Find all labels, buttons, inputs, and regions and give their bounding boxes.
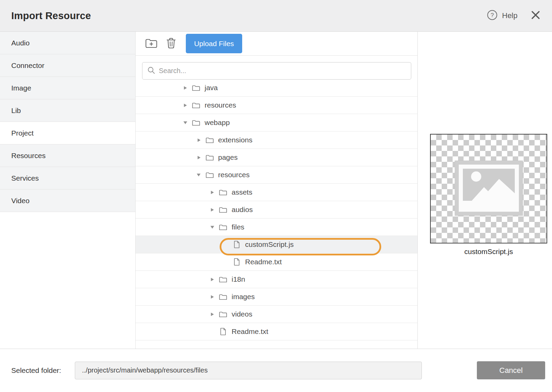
file-icon bbox=[233, 241, 241, 248]
dialog-body: AudioConnectorImageLibProjectResourcesSe… bbox=[0, 32, 552, 349]
sidebar-item-label: Connector bbox=[11, 61, 44, 70]
sidebar-item-label: Video bbox=[11, 197, 29, 205]
folder-icon bbox=[192, 85, 200, 91]
sidebar-item-label: Image bbox=[11, 84, 31, 92]
preview-caption: customScript.js bbox=[430, 248, 547, 256]
preview-thumbnail bbox=[430, 134, 547, 243]
folder-icon bbox=[219, 224, 227, 230]
sidebar-item-connector[interactable]: Connector bbox=[0, 54, 135, 77]
tree-row-assets[interactable]: assets bbox=[136, 184, 417, 201]
folder-icon bbox=[206, 137, 214, 143]
chevron-down-icon[interactable] bbox=[182, 121, 188, 125]
tree-row-readme-txt[interactable]: Readme.txt bbox=[136, 253, 417, 271]
file-tree: javaresourceswebappextensionspagesresour… bbox=[136, 83, 417, 349]
chevron-right-icon[interactable] bbox=[209, 295, 215, 299]
tree-row-files[interactable]: files bbox=[136, 219, 417, 236]
tree-item-label: customScript.js bbox=[245, 240, 294, 249]
preview-panel: customScript.js bbox=[417, 32, 552, 349]
sidebar-item-resources[interactable]: Resources bbox=[0, 144, 135, 167]
chevron-right-icon[interactable] bbox=[196, 155, 202, 160]
tree-toolbar: Upload Files bbox=[136, 32, 417, 56]
tree-item-label: i18n bbox=[232, 275, 245, 283]
tree-item-label: assets bbox=[232, 188, 252, 196]
help-label: Help bbox=[502, 11, 518, 20]
page-title: Import Resource bbox=[11, 10, 487, 22]
chevron-right-icon[interactable] bbox=[196, 138, 202, 142]
folder-icon bbox=[206, 172, 214, 178]
folder-icon bbox=[192, 120, 200, 126]
category-sidebar: AudioConnectorImageLibProjectResourcesSe… bbox=[0, 32, 136, 349]
tree-item-label: Readme.txt bbox=[245, 258, 282, 266]
tree-item-label: pages bbox=[218, 153, 238, 162]
chevron-right-icon[interactable] bbox=[209, 208, 215, 212]
tree-item-label: java bbox=[205, 84, 218, 92]
sidebar-item-label: Lib bbox=[11, 107, 21, 115]
chevron-right-icon[interactable] bbox=[209, 190, 215, 195]
selected-folder-input[interactable] bbox=[75, 362, 422, 379]
chevron-right-icon[interactable] bbox=[209, 312, 215, 317]
search-input[interactable] bbox=[159, 67, 406, 75]
folder-plus-icon bbox=[145, 38, 157, 49]
tree-row-resources[interactable]: resources bbox=[136, 97, 417, 114]
file-browser-panel: Upload Files javaresourceswebappextensio… bbox=[136, 32, 417, 349]
dialog-header: Import Resource ? Help bbox=[0, 0, 552, 32]
tree-item-label: extensions bbox=[218, 136, 252, 144]
file-icon bbox=[219, 328, 227, 335]
folder-icon bbox=[219, 311, 227, 318]
search-box bbox=[142, 62, 411, 80]
sidebar-item-label: Resources bbox=[11, 152, 45, 160]
tree-item-label: resources bbox=[205, 101, 236, 109]
folder-icon bbox=[206, 154, 214, 161]
tree-row-readme-txt[interactable]: Readme.txt bbox=[136, 323, 417, 340]
folder-icon bbox=[219, 189, 227, 196]
tree-row-images[interactable]: images bbox=[136, 288, 417, 306]
chevron-right-icon[interactable] bbox=[182, 86, 188, 90]
upload-files-button[interactable]: Upload Files bbox=[186, 34, 242, 53]
chevron-right-icon[interactable] bbox=[209, 277, 215, 282]
close-icon bbox=[530, 10, 541, 22]
new-folder-button[interactable] bbox=[145, 38, 157, 49]
sidebar-item-label: Audio bbox=[11, 39, 30, 47]
svg-text:?: ? bbox=[491, 12, 494, 18]
search-icon bbox=[147, 66, 155, 76]
cancel-button[interactable]: Cancel bbox=[477, 361, 545, 379]
tree-item-label: videos bbox=[232, 310, 252, 318]
folder-icon bbox=[219, 207, 227, 213]
sidebar-item-audio[interactable]: Audio bbox=[0, 32, 135, 54]
help-button[interactable]: ? Help bbox=[487, 10, 518, 22]
sidebar-item-project[interactable]: Project bbox=[0, 122, 135, 144]
tree-row-audios[interactable]: audios bbox=[136, 201, 417, 219]
tree-item-label: images bbox=[232, 293, 255, 301]
help-question-icon: ? bbox=[487, 10, 498, 22]
image-placeholder-icon bbox=[455, 160, 523, 217]
tree-item-label: Readme.txt bbox=[232, 327, 268, 336]
chevron-right-icon[interactable] bbox=[182, 103, 188, 108]
tree-row-pages[interactable]: pages bbox=[136, 149, 417, 166]
delete-button[interactable] bbox=[166, 37, 177, 50]
tree-row-extensions[interactable]: extensions bbox=[136, 131, 417, 149]
selected-folder-label: Selected folder: bbox=[11, 366, 75, 375]
folder-icon bbox=[219, 276, 227, 283]
tree-row-i18n[interactable]: i18n bbox=[136, 271, 417, 288]
close-button[interactable] bbox=[530, 10, 541, 22]
tree-row-videos[interactable]: videos bbox=[136, 306, 417, 323]
search-section bbox=[136, 56, 417, 83]
tree-row-customscript-js[interactable]: customScript.js bbox=[136, 236, 417, 253]
sidebar-item-label: Project bbox=[11, 129, 33, 137]
tree-item-label: files bbox=[232, 223, 244, 231]
tree-row-java[interactable]: java bbox=[136, 83, 417, 97]
folder-icon bbox=[219, 294, 227, 300]
tree-item-label: resources bbox=[218, 171, 250, 179]
tree-row-webapp[interactable]: webapp bbox=[136, 114, 417, 131]
file-icon bbox=[233, 258, 241, 266]
sidebar-item-video[interactable]: Video bbox=[0, 190, 135, 212]
tree-item-label: webapp bbox=[205, 118, 230, 127]
tree-row-resources[interactable]: resources bbox=[136, 166, 417, 184]
sidebar-item-services[interactable]: Services bbox=[0, 167, 135, 190]
sidebar-item-lib[interactable]: Lib bbox=[0, 99, 135, 122]
chevron-down-icon[interactable] bbox=[196, 173, 202, 177]
sidebar-item-image[interactable]: Image bbox=[0, 77, 135, 99]
chevron-down-icon[interactable] bbox=[209, 225, 215, 229]
dialog-footer: Selected folder: Cancel bbox=[0, 349, 552, 392]
folder-icon bbox=[192, 102, 200, 109]
